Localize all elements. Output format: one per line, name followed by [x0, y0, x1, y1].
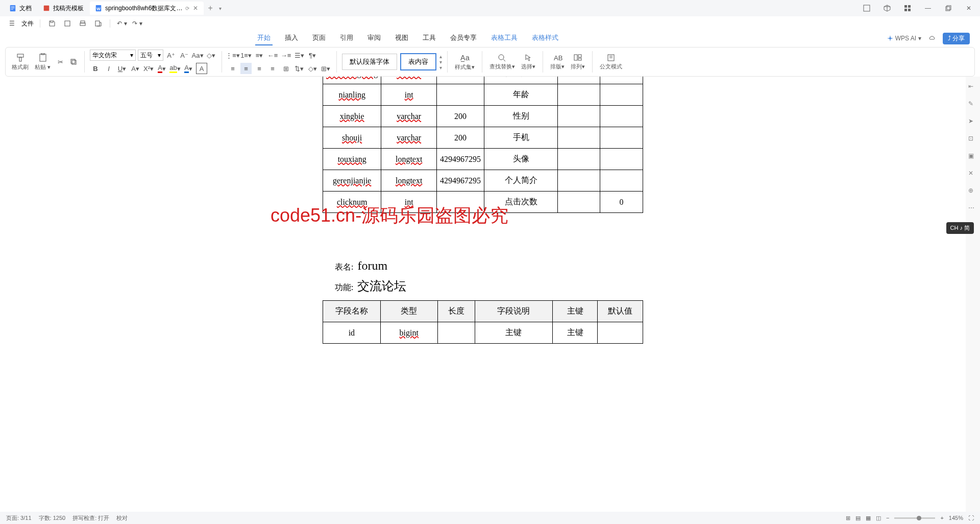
- print-icon[interactable]: [77, 18, 88, 29]
- undo-icon[interactable]: ↶ ▾: [116, 18, 128, 29]
- tab-docs[interactable]: 文档: [4, 2, 37, 15]
- document-area[interactable]: 回 kuaidixingming varchar 200 快递姓名 nianli…: [0, 77, 966, 512]
- char-shading-icon[interactable]: A▾: [183, 63, 194, 74]
- align-justify-icon[interactable]: ≡: [267, 63, 278, 74]
- ribbon-tab-start[interactable]: 开始: [255, 31, 273, 45]
- bold-icon[interactable]: B: [90, 63, 101, 74]
- layout-group[interactable]: AB 排版▾: [548, 54, 567, 70]
- status-page[interactable]: 页面: 3/11: [6, 514, 32, 522]
- pen-icon[interactable]: ✎: [968, 100, 977, 109]
- char-border-icon[interactable]: A: [196, 63, 207, 74]
- italic-icon[interactable]: I: [103, 63, 114, 74]
- show-marks-icon[interactable]: ¶▾: [307, 50, 318, 61]
- border-icon[interactable]: ⊞▾: [320, 63, 331, 74]
- style-scroll[interactable]: ▴▾▾: [439, 54, 442, 70]
- pointer-icon[interactable]: ➤: [968, 117, 977, 127]
- decrease-indent-icon[interactable]: ←≡: [267, 50, 278, 61]
- table-content-style[interactable]: 表内容: [400, 53, 436, 70]
- share-button[interactable]: ⤴ 分享: [943, 33, 970, 44]
- cube-icon[interactable]: [880, 3, 894, 13]
- status-words[interactable]: 字数: 1250: [39, 514, 66, 522]
- bullets-icon[interactable]: ⋮≡▾: [227, 50, 238, 61]
- tab-template[interactable]: 找稿壳模板: [38, 2, 89, 15]
- distribute-icon[interactable]: ⊞: [280, 63, 291, 74]
- ribbon-tab-insert[interactable]: 插入: [283, 31, 300, 45]
- quick-access-bar: ☰ 文件 ↶ ▾ ↷ ▾: [0, 16, 980, 31]
- save-icon[interactable]: [46, 18, 58, 29]
- view-icon[interactable]: ⊞: [846, 515, 850, 521]
- cut-icon[interactable]: ✂: [55, 56, 66, 67]
- font-select[interactable]: 华文仿宋▾: [90, 50, 136, 61]
- underline-icon[interactable]: U▾: [116, 63, 128, 74]
- ribbon-tab-page[interactable]: 页面: [310, 31, 328, 45]
- status-spell[interactable]: 拼写检查: 打开: [72, 514, 109, 522]
- format-painter-group[interactable]: 格式刷: [10, 53, 31, 71]
- increase-font-icon[interactable]: A⁺: [165, 50, 177, 61]
- sort-icon[interactable]: ☰▾: [293, 50, 305, 61]
- change-case-icon[interactable]: Aa▾: [192, 50, 203, 61]
- default-paragraph-style[interactable]: 默认段落字体: [342, 54, 397, 70]
- tab-dropdown[interactable]: ▾: [216, 6, 225, 11]
- align-right-icon[interactable]: ≡: [254, 63, 265, 74]
- line-spacing-icon[interactable]: ⇅▾: [293, 63, 305, 74]
- window-mode-icon[interactable]: [860, 3, 874, 13]
- cloud-icon[interactable]: [926, 33, 938, 44]
- official-group[interactable]: 公文模式: [598, 54, 624, 70]
- file-menu[interactable]: 文件: [21, 19, 34, 28]
- arrange-group[interactable]: 排列▾: [569, 54, 587, 70]
- zoom-level[interactable]: 145%: [949, 515, 963, 521]
- fullscreen-icon[interactable]: ⛶: [968, 515, 974, 521]
- find-replace-group[interactable]: 查找替换▾: [487, 54, 517, 70]
- export-icon[interactable]: [92, 18, 104, 29]
- align-center-icon[interactable]: ≡: [240, 63, 252, 74]
- print-preview-icon[interactable]: [62, 18, 73, 29]
- zoom-in[interactable]: +: [940, 515, 943, 521]
- wps-ai-button[interactable]: WPS AI ▾: [887, 35, 921, 42]
- ribbon-tab-member[interactable]: 会员专享: [448, 31, 479, 45]
- shading-icon[interactable]: ◇▾: [307, 63, 318, 74]
- decrease-font-icon[interactable]: A⁻: [179, 50, 190, 61]
- zoom-slider[interactable]: [894, 517, 935, 519]
- collapse-icon[interactable]: ⇤: [968, 83, 977, 92]
- highlight-icon[interactable]: ab▾: [169, 63, 181, 74]
- select-group[interactable]: 选择▾: [519, 54, 537, 70]
- ribbon-tab-table-style[interactable]: 表格样式: [530, 31, 560, 45]
- maximize-button[interactable]: [941, 3, 955, 13]
- view-icon[interactable]: ▤: [855, 515, 861, 521]
- paste-group[interactable]: 粘贴 ▾: [33, 53, 53, 71]
- svg-rect-15: [81, 21, 85, 23]
- numbering-icon[interactable]: 1≡▾: [240, 50, 252, 61]
- increase-indent-icon[interactable]: →≡: [280, 50, 291, 61]
- style-set-group[interactable]: A̲a 样式集▾: [453, 53, 477, 71]
- tool-icon[interactable]: ✕: [968, 170, 977, 179]
- image-icon[interactable]: ▣: [968, 152, 977, 161]
- new-tab-button[interactable]: +: [205, 4, 215, 13]
- clip-icon[interactable]: ⊡: [968, 135, 977, 144]
- more-icon[interactable]: ⋯: [968, 204, 977, 213]
- strike-icon[interactable]: A▾: [130, 63, 141, 74]
- align-left-icon[interactable]: ≡: [227, 63, 238, 74]
- menu-icon[interactable]: ☰: [6, 18, 17, 29]
- clear-format-icon[interactable]: ◇▾: [205, 50, 216, 61]
- ribbon-tab-tools[interactable]: 工具: [421, 31, 438, 45]
- close-icon[interactable]: ✕: [192, 5, 199, 11]
- copy-icon[interactable]: [68, 56, 79, 67]
- superscript-icon[interactable]: X²▾: [143, 63, 154, 74]
- redo-icon[interactable]: ↷ ▾: [132, 18, 143, 29]
- settings-icon[interactable]: ⊕: [968, 187, 977, 196]
- view-icon[interactable]: ◫: [876, 515, 881, 521]
- grid-icon[interactable]: [900, 3, 915, 13]
- ribbon-tab-table-tools[interactable]: 表格工具: [489, 31, 520, 45]
- window-close-button[interactable]: ✕: [962, 3, 976, 13]
- ribbon-tab-review[interactable]: 审阅: [365, 31, 383, 45]
- zoom-out[interactable]: −: [886, 515, 889, 521]
- tab-active-doc[interactable]: W springbooth8wh6数据库文… ⟳ ✕: [90, 2, 204, 15]
- view-icon[interactable]: ▦: [866, 515, 871, 521]
- multilevel-icon[interactable]: ≡▾: [254, 50, 265, 61]
- ribbon-tab-reference[interactable]: 引用: [338, 31, 355, 45]
- ribbon-tab-view[interactable]: 视图: [393, 31, 410, 45]
- font-color-icon[interactable]: A▾: [156, 63, 167, 74]
- minimize-button[interactable]: —: [921, 3, 935, 13]
- size-select[interactable]: 五号▾: [138, 50, 163, 61]
- status-proof[interactable]: 校对: [116, 514, 128, 522]
